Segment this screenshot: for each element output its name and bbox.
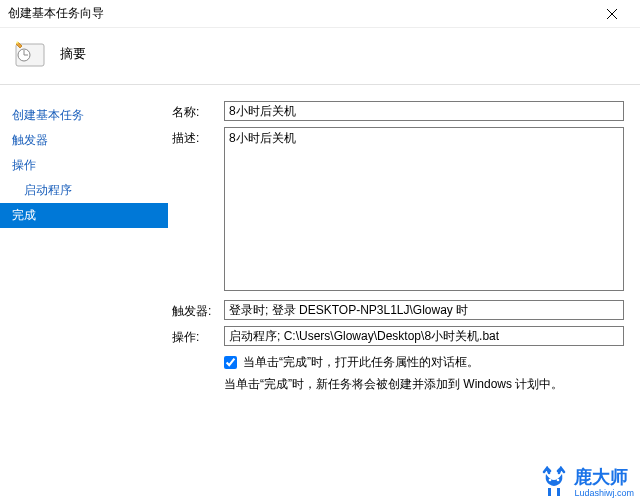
wizard-header: 摘要: [0, 28, 640, 85]
row-description: 描述:: [172, 127, 624, 294]
wizard-heading: 摘要: [60, 45, 86, 63]
name-input[interactable]: [224, 101, 624, 121]
action-value: 启动程序; C:\Users\Gloway\Desktop\8小时关机.bat: [224, 326, 624, 346]
sidebar-item-trigger[interactable]: 触发器: [0, 128, 168, 153]
open-properties-label: 当单击“完成”时，打开此任务属性的对话框。: [243, 354, 479, 371]
wizard-window: 创建基本任务向导 摘要 创建基本任务 触发器 操作 启动程序 完成: [0, 0, 640, 502]
trigger-value: 登录时; 登录 DESKTOP-NP3L1LJ\Gloway 时: [224, 300, 624, 320]
sidebar-item-finish[interactable]: 完成: [0, 203, 168, 228]
action-label: 操作:: [172, 326, 224, 346]
wizard-body: 创建基本任务 触发器 操作 启动程序 完成 名称: 描述: 触发器:: [0, 85, 640, 502]
sidebar-item-start-program[interactable]: 启动程序: [0, 178, 168, 203]
finish-note: 当单击“完成”时，新任务将会被创建并添加到 Windows 计划中。: [224, 375, 624, 394]
titlebar: 创建基本任务向导: [0, 0, 640, 28]
sidebar-item-create-task[interactable]: 创建基本任务: [0, 103, 168, 128]
open-properties-checkbox[interactable]: [224, 356, 237, 369]
trigger-label: 触发器:: [172, 300, 224, 320]
row-action: 操作: 启动程序; C:\Users\Gloway\Desktop\8小时关机.…: [172, 326, 624, 346]
window-title: 创建基本任务向导: [8, 5, 592, 22]
wizard-content: 名称: 描述: 触发器: 登录时; 登录 DESKTOP-NP3L1LJ\Glo…: [168, 85, 640, 502]
sidebar-item-action[interactable]: 操作: [0, 153, 168, 178]
close-icon: [607, 6, 617, 22]
row-trigger: 触发器: 登录时; 登录 DESKTOP-NP3L1LJ\Gloway 时: [172, 300, 624, 320]
row-name: 名称:: [172, 101, 624, 121]
row-open-properties: 当单击“完成”时，打开此任务属性的对话框。: [224, 354, 624, 371]
desc-label: 描述:: [172, 127, 224, 147]
name-label: 名称:: [172, 101, 224, 121]
desc-textarea[interactable]: [224, 127, 624, 291]
wizard-header-icon: [14, 38, 46, 70]
close-button[interactable]: [592, 0, 632, 27]
wizard-sidebar: 创建基本任务 触发器 操作 启动程序 完成: [0, 85, 168, 502]
